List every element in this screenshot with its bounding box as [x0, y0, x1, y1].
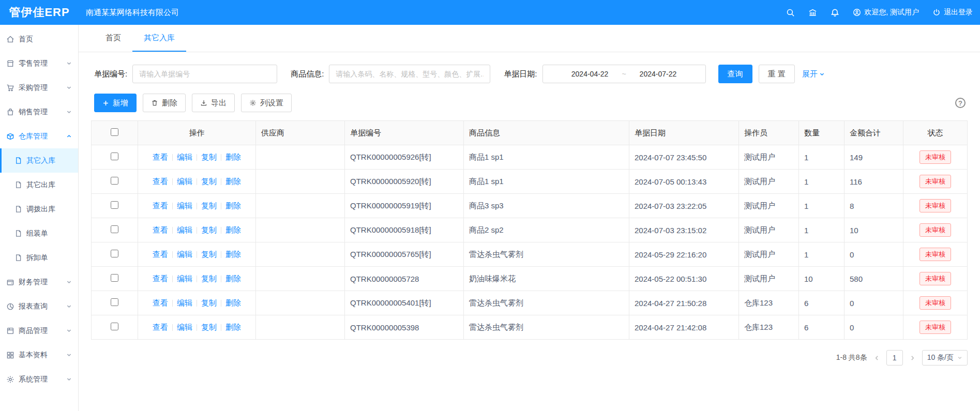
row-actions: 查看编辑复制删除 — [138, 218, 256, 242]
delete-link[interactable]: 删除 — [225, 323, 241, 331]
delete-link[interactable]: 删除 — [225, 177, 241, 186]
sidebar-item-retail[interactable]: 零售管理 — [0, 51, 78, 75]
search-button[interactable]: 查询 — [718, 65, 752, 83]
edit-link[interactable]: 编辑 — [177, 177, 192, 186]
cell-amount: 116 — [845, 170, 903, 194]
edit-link[interactable]: 编辑 — [177, 225, 192, 234]
cell-operator: 仓库123 — [739, 291, 799, 315]
row-checkbox[interactable] — [111, 298, 118, 306]
sidebar-subitem-assembly[interactable]: 组装单 — [0, 221, 78, 246]
cell-amount: 149 — [845, 145, 903, 170]
copy-link[interactable]: 复制 — [201, 225, 217, 234]
copy-link[interactable]: 复制 — [201, 153, 217, 161]
sidebar-subitem-other-inbound[interactable]: 其它入库 — [0, 148, 78, 173]
row-checkbox[interactable] — [111, 177, 118, 185]
column-header-product: 商品信息 — [464, 121, 629, 145]
export-button[interactable]: 导出 — [192, 94, 235, 112]
select-all-checkbox[interactable] — [111, 128, 118, 136]
row-checkbox[interactable] — [111, 201, 118, 209]
search-icon[interactable] — [786, 8, 795, 17]
edit-link[interactable]: 编辑 — [177, 274, 192, 283]
divider — [221, 300, 221, 307]
edit-link[interactable]: 编辑 — [177, 323, 192, 331]
copy-link[interactable]: 复制 — [201, 250, 217, 258]
row-checkbox[interactable] — [111, 250, 118, 257]
reset-button[interactable]: 重 置 — [759, 65, 795, 83]
view-link[interactable]: 查看 — [153, 274, 168, 283]
sidebar-subitem-other-outbound[interactable]: 其它出库 — [0, 173, 78, 197]
cell-operator: 测试用户 — [739, 242, 799, 267]
row-checkbox[interactable] — [111, 323, 118, 330]
question-circle-icon[interactable]: ? — [955, 98, 966, 108]
sidebar-item-system[interactable]: 系统管理 — [0, 367, 78, 391]
sidebar-item-purchase[interactable]: 采购管理 — [0, 75, 78, 100]
next-page-icon[interactable] — [909, 355, 916, 361]
delete-link[interactable]: 删除 — [225, 250, 241, 258]
cell-supplier — [256, 242, 345, 267]
tab-other-inbound[interactable]: 其它入库 — [132, 25, 186, 52]
expand-link[interactable]: 展开 — [802, 69, 825, 79]
action-toolbar: 新增 删除 导出 列设置 ? — [79, 83, 980, 120]
status-badge: 未审核 — [919, 272, 951, 285]
sidebar-item-warehouse[interactable]: 仓库管理 — [0, 124, 78, 148]
view-link[interactable]: 查看 — [153, 250, 168, 258]
view-link[interactable]: 查看 — [153, 177, 168, 186]
view-link[interactable]: 查看 — [153, 153, 168, 161]
page-number[interactable]: 1 — [886, 350, 903, 366]
delete-button[interactable]: 删除 — [143, 94, 186, 112]
sidebar-subitem-label: 其它出库 — [26, 180, 55, 190]
sidebar-item-home[interactable]: 首页 — [0, 27, 78, 51]
welcome-user[interactable]: 欢迎您, 测试用户 — [853, 8, 919, 17]
edit-link[interactable]: 编辑 — [177, 153, 192, 161]
delete-link[interactable]: 删除 — [225, 201, 241, 210]
copy-link[interactable]: 复制 — [201, 298, 217, 307]
delete-link[interactable]: 删除 — [225, 274, 241, 283]
bill-no-input[interactable] — [132, 65, 277, 83]
cell-supplier — [256, 267, 345, 291]
bank-icon[interactable] — [808, 8, 817, 17]
copy-link[interactable]: 复制 — [201, 201, 217, 210]
tab-home[interactable]: 首页 — [94, 25, 132, 52]
sidebar-item-products[interactable]: 商品管理 — [0, 318, 78, 343]
page-size-select[interactable]: 10 条/页 — [922, 350, 968, 366]
prev-page-icon[interactable] — [873, 355, 880, 361]
delete-link[interactable]: 删除 — [225, 153, 241, 161]
view-link[interactable]: 查看 — [153, 201, 168, 210]
delete-link[interactable]: 删除 — [225, 298, 241, 307]
date-range-picker[interactable]: 2024-04-22 ~ 2024-07-22 — [542, 65, 706, 83]
sidebar-item-finance[interactable]: 财务管理 — [0, 270, 78, 294]
view-link[interactable]: 查看 — [153, 323, 168, 331]
app-logo: 管伊佳ERP — [0, 5, 79, 20]
sidebar-item-sales[interactable]: 销售管理 — [0, 100, 78, 124]
edit-link[interactable]: 编辑 — [177, 298, 192, 307]
edit-link[interactable]: 编辑 — [177, 250, 192, 258]
add-button[interactable]: 新增 — [94, 94, 137, 112]
logout-button[interactable]: 退出登录 — [932, 8, 973, 17]
row-checkbox[interactable] — [111, 225, 118, 233]
edit-link[interactable]: 编辑 — [177, 201, 192, 210]
sidebar-item-label: 商品管理 — [19, 326, 48, 336]
copy-link[interactable]: 复制 — [201, 274, 217, 283]
sidebar-subitem-disassembly[interactable]: 拆卸单 — [0, 246, 78, 270]
sidebar-item-reports[interactable]: 报表查询 — [0, 294, 78, 318]
divider — [221, 203, 221, 209]
sidebar-subitem-transfer-outbound[interactable]: 调拨出库 — [0, 197, 78, 221]
chevron-down-icon — [957, 355, 962, 360]
copy-link[interactable]: 复制 — [201, 323, 217, 331]
table-row: 查看编辑复制删除 QTRK00000005398 雷达杀虫气雾剂 2024-04… — [92, 315, 968, 340]
plus-icon — [102, 100, 109, 106]
delete-link[interactable]: 删除 — [225, 225, 241, 234]
view-link[interactable]: 查看 — [153, 298, 168, 307]
row-checkbox[interactable] — [111, 153, 118, 160]
export-icon — [200, 99, 207, 106]
notification-bell-icon[interactable] — [831, 8, 839, 17]
cell-operator: 测试用户 — [739, 170, 799, 194]
row-checkbox[interactable] — [111, 274, 118, 282]
sidebar-item-basedata[interactable]: 基本资料 — [0, 343, 78, 367]
copy-link[interactable]: 复制 — [201, 177, 217, 186]
column-settings-button[interactable]: 列设置 — [241, 94, 292, 112]
product-info-input[interactable] — [329, 65, 490, 83]
view-link[interactable]: 查看 — [153, 225, 168, 234]
column-header-actions: 操作 — [138, 121, 256, 145]
sidebar-item-label: 首页 — [19, 35, 33, 44]
